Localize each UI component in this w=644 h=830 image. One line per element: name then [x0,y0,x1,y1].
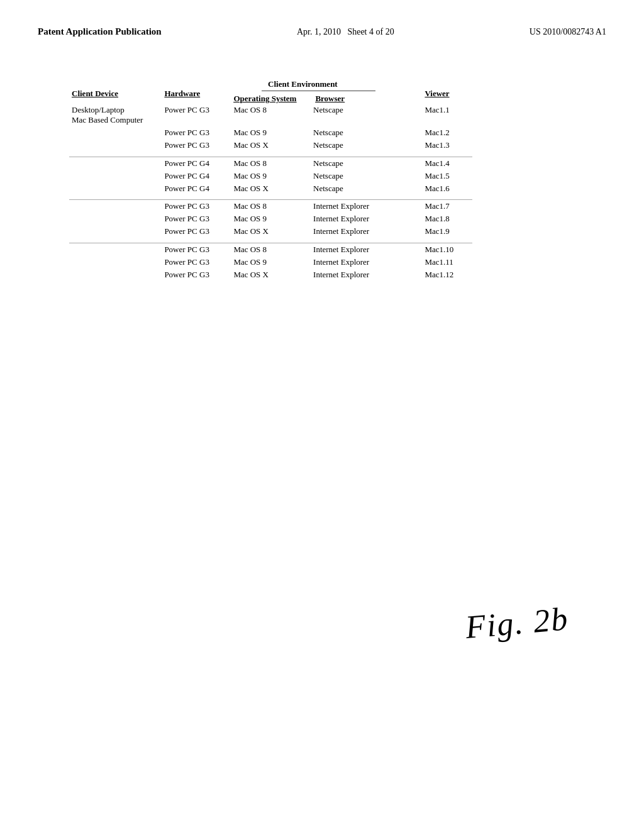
col-header-device: Client Device [69,77,162,104]
cell-hardware: Power PC G4 [162,157,231,170]
table-row: Power PC G3Mac OS 8Internet ExplorerMac1… [69,243,472,256]
cell-os: Mac OS X [231,268,311,281]
cell-device [69,243,162,256]
cell-browser: Internet Explorer [311,243,422,256]
cell-viewer: Mac1.12 [422,268,472,281]
col-header-os: Operating System [233,94,315,104]
data-table: Client Device Hardware Client Environmen… [69,77,472,281]
cell-browser: Netscape [311,139,422,152]
cell-hardware: Power PC G3 [162,268,231,281]
cell-device [69,213,162,225]
table-row: Power PC G4Mac OS XNetscapeMac1.6 [69,182,472,195]
cell-os: Mac OS X [231,182,311,195]
cell-hardware: Power PC G3 [162,213,231,225]
cell-hardware: Power PC G3 [162,126,231,139]
cell-os: Mac OS 9 [231,126,311,139]
cell-viewer: Mac1.4 [422,157,472,170]
cell-browser: Internet Explorer [311,268,422,281]
date-label: Apr. 1, 2010 [297,27,341,36]
cell-hardware: Power PC G3 [162,256,231,268]
cell-os: Mac OS X [231,139,311,152]
table-row: Power PC G3Mac OS 9Internet ExplorerMac1… [69,256,472,268]
header-center: Apr. 1, 2010 Sheet 4 of 20 [297,25,394,39]
cell-browser: Netscape [311,104,422,126]
cell-browser: Netscape [311,126,422,139]
cell-hardware: Power PC G3 [162,243,231,256]
patent-number: US 2010/0082743 A1 [530,25,606,39]
cell-device [69,256,162,268]
col-header-viewer: Viewer [422,77,472,104]
page-header: Patent Application Publication Apr. 1, 2… [38,25,606,39]
cell-device [69,157,162,170]
cell-device [69,139,162,152]
cell-hardware: Power PC G4 [162,182,231,195]
table-row: Power PC G3Mac OS 8Internet ExplorerMac1… [69,200,472,213]
cell-browser: Internet Explorer [311,200,422,213]
client-env-header: Client Environment Operating System Brow… [231,77,422,104]
cell-viewer: Mac1.8 [422,213,472,225]
cell-device: Desktop/LaptopMac Based Computer [69,104,162,126]
cell-os: Mac OS X [231,225,311,238]
cell-os: Mac OS 8 [231,157,311,170]
cell-browser: Netscape [311,157,422,170]
cell-viewer: Mac1.9 [422,225,472,238]
cell-viewer: Mac1.10 [422,243,472,256]
table-row: Power PC G3Mac OS 9Internet ExplorerMac1… [69,213,472,225]
table-row: Power PC G4Mac OS 8NetscapeMac1.4 [69,157,472,170]
cell-os: Mac OS 9 [231,170,311,182]
col-header-browser: Browser [315,94,403,104]
table-row: Power PC G3Mac OS 9NetscapeMac1.2 [69,126,472,139]
cell-hardware: Power PC G3 [162,200,231,213]
cell-viewer: Mac1.2 [422,126,472,139]
figure-label: Fig. 2b [464,600,570,646]
table-row: Power PC G3Mac OS XInternet ExplorerMac1… [69,225,472,238]
cell-device [69,200,162,213]
cell-device [69,126,162,139]
cell-browser: Internet Explorer [311,256,422,268]
table-row: Power PC G4Mac OS 9NetscapeMac1.5 [69,170,472,182]
publication-label: Patent Application Publication [38,25,162,38]
cell-device [69,182,162,195]
table-row: Power PC G3Mac OS XNetscapeMac1.3 [69,139,472,152]
cell-hardware: Power PC G3 [162,104,231,126]
page: Patent Application Publication Apr. 1, 2… [0,0,644,830]
cell-browser: Netscape [311,170,422,182]
cell-os: Mac OS 9 [231,213,311,225]
table-row: Power PC G3Mac OS XInternet ExplorerMac1… [69,268,472,281]
cell-browser: Internet Explorer [311,213,422,225]
cell-os: Mac OS 8 [231,200,311,213]
cell-browser: Internet Explorer [311,225,422,238]
cell-viewer: Mac1.1 [422,104,472,126]
cell-hardware: Power PC G3 [162,139,231,152]
col-header-hardware: Hardware [162,77,231,104]
cell-hardware: Power PC G4 [162,170,231,182]
cell-viewer: Mac1.11 [422,256,472,268]
cell-viewer: Mac1.5 [422,170,472,182]
sheet-label: Sheet 4 of 20 [347,27,394,36]
cell-device [69,170,162,182]
cell-os: Mac OS 9 [231,256,311,268]
cell-device [69,225,162,238]
cell-viewer: Mac1.7 [422,200,472,213]
cell-viewer: Mac1.6 [422,182,472,195]
table-row: Desktop/LaptopMac Based ComputerPower PC… [69,104,472,126]
cell-hardware: Power PC G3 [162,225,231,238]
cell-viewer: Mac1.3 [422,139,472,152]
cell-os: Mac OS 8 [231,243,311,256]
table-section: Client Device Hardware Client Environmen… [57,77,606,281]
cell-browser: Netscape [311,182,422,195]
cell-device [69,268,162,281]
cell-os: Mac OS 8 [231,104,311,126]
